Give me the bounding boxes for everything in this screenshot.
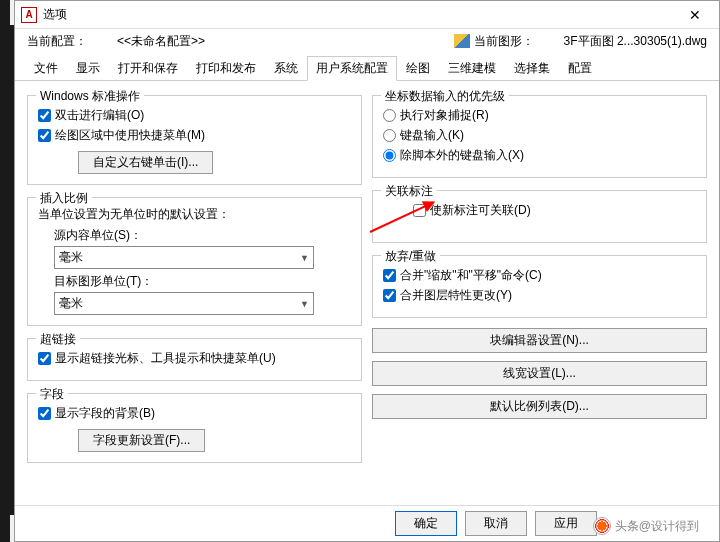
chevron-down-icon: ▼: [300, 299, 309, 309]
source-units-label: 源内容单位(S)：: [54, 227, 351, 244]
radio-osnap-input[interactable]: [383, 109, 396, 122]
right-column: 坐标数据输入的优先级 执行对象捕捉(R) 键盘输入(K) 除脚本外的键盘输入(X…: [372, 89, 707, 463]
checkbox-layer-input[interactable]: [383, 289, 396, 302]
checkbox-zoompan-input[interactable]: [383, 269, 396, 282]
checkbox-hyperlink[interactable]: 显示超链接光标、工具提示和快捷菜单(U): [38, 350, 351, 367]
radio-except-script-label: 除脚本外的键盘输入(X): [400, 147, 524, 164]
checkbox-dblclick-input[interactable]: [38, 109, 51, 122]
radio-keyboard-except-script[interactable]: 除脚本外的键盘输入(X): [383, 147, 696, 164]
checkbox-combine-layer[interactable]: 合并图层特性更改(Y): [383, 287, 696, 304]
watermark: 头条@设计得到: [593, 517, 699, 535]
button-default-scale-list[interactable]: 默认比例列表(D)...: [372, 394, 707, 419]
titlebar: A 选项 ✕: [15, 1, 719, 29]
current-profile-label: 当前配置：: [27, 33, 87, 50]
watermark-icon: [593, 517, 611, 535]
group-title-undo: 放弃/重做: [381, 248, 440, 265]
button-field-update-settings[interactable]: 字段更新设置(F)...: [78, 429, 205, 452]
checkbox-fields-label: 显示字段的背景(B): [55, 405, 155, 422]
group-title-fields: 字段: [36, 386, 68, 403]
autocad-icon: A: [21, 7, 37, 23]
group-coordinate-priority: 坐标数据输入的优先级 执行对象捕捉(R) 键盘输入(K) 除脚本外的键盘输入(X…: [372, 95, 707, 178]
group-fields: 字段 显示字段的背景(B) 字段更新设置(F)...: [27, 393, 362, 463]
cancel-button[interactable]: 取消: [465, 511, 527, 536]
group-insert-scale: 插入比例 当单位设置为无单位时的默认设置： 源内容单位(S)： 毫米 ▼ 目标图…: [27, 197, 362, 326]
source-units-value: 毫米: [59, 249, 83, 266]
tab-plot[interactable]: 打印和发布: [187, 56, 265, 81]
checkbox-fields-input[interactable]: [38, 407, 51, 420]
tab-3d[interactable]: 三维建模: [439, 56, 505, 81]
group-undo-redo: 放弃/重做 合并"缩放"和"平移"命令(C) 合并图层特性更改(Y): [372, 255, 707, 318]
checkbox-shortcut-input[interactable]: [38, 129, 51, 142]
button-lineweight-settings[interactable]: 线宽设置(L)...: [372, 361, 707, 386]
target-units-select[interactable]: 毫米 ▼: [54, 292, 314, 315]
group-title-assoc: 关联标注: [381, 183, 437, 200]
checkbox-fields-bg[interactable]: 显示字段的背景(B): [38, 405, 351, 422]
checkbox-combine-zoom-pan[interactable]: 合并"缩放"和"平移"命令(C): [383, 267, 696, 284]
tab-display[interactable]: 显示: [67, 56, 109, 81]
source-units-select[interactable]: 毫米 ▼: [54, 246, 314, 269]
checkbox-dblclick-edit[interactable]: 双击进行编辑(O): [38, 107, 351, 124]
background-dark-2: [0, 25, 14, 515]
checkbox-layer-label: 合并图层特性更改(Y): [400, 287, 512, 304]
tab-profiles[interactable]: 配置: [559, 56, 601, 81]
checkbox-shortcut-menu[interactable]: 绘图区域中使用快捷菜单(M): [38, 127, 351, 144]
tab-selection[interactable]: 选择集: [505, 56, 559, 81]
checkbox-assoc-input[interactable]: [413, 204, 426, 217]
tab-files[interactable]: 文件: [25, 56, 67, 81]
profile-row: 当前配置： <<未命名配置>> 当前图形： 3F平面图 2...30305(1)…: [15, 29, 719, 53]
radio-keyboard[interactable]: 键盘输入(K): [383, 127, 696, 144]
checkbox-hyperlink-input[interactable]: [38, 352, 51, 365]
checkbox-dblclick-label: 双击进行编辑(O): [55, 107, 144, 124]
radio-osnap-label: 执行对象捕捉(R): [400, 107, 489, 124]
group-title-hyperlink: 超链接: [36, 331, 80, 348]
group-windows-standard: Windows 标准操作 双击进行编辑(O) 绘图区域中使用快捷菜单(M) 自定…: [27, 95, 362, 185]
button-block-editor-settings[interactable]: 块编辑器设置(N)...: [372, 328, 707, 353]
insert-scale-subtitle: 当单位设置为无单位时的默认设置：: [38, 206, 351, 223]
chevron-down-icon: ▼: [300, 253, 309, 263]
tab-strip: 文件 显示 打开和保存 打印和发布 系统 用户系统配置 绘图 三维建模 选择集 …: [15, 55, 719, 81]
tab-system[interactable]: 系统: [265, 56, 307, 81]
options-dialog: A 选项 ✕ 当前配置： <<未命名配置>> 当前图形： 3F平面图 2...3…: [14, 0, 720, 542]
tab-drafting[interactable]: 绘图: [397, 56, 439, 81]
radio-keyboard-input[interactable]: [383, 129, 396, 142]
radio-except-script-input[interactable]: [383, 149, 396, 162]
target-units-value: 毫米: [59, 295, 83, 312]
current-drawing-label: 当前图形：: [474, 33, 534, 50]
drawing-icon: [454, 34, 470, 48]
current-profile-value: <<未命名配置>>: [117, 33, 205, 50]
apply-button[interactable]: 应用: [535, 511, 597, 536]
checkbox-assoc-label: 使新标注可关联(D): [430, 202, 531, 219]
content-area: Windows 标准操作 双击进行编辑(O) 绘图区域中使用快捷菜单(M) 自定…: [15, 81, 719, 471]
window-title: 选项: [43, 6, 67, 23]
group-associative-dim: 关联标注 使新标注可关联(D): [372, 190, 707, 243]
tab-opensave[interactable]: 打开和保存: [109, 56, 187, 81]
radio-osnap[interactable]: 执行对象捕捉(R): [383, 107, 696, 124]
group-title-priority: 坐标数据输入的优先级: [381, 88, 509, 105]
checkbox-shortcut-label: 绘图区域中使用快捷菜单(M): [55, 127, 205, 144]
current-drawing-value: 3F平面图 2...30305(1).dwg: [564, 33, 707, 50]
group-title-insert-scale: 插入比例: [36, 190, 92, 207]
checkbox-zoompan-label: 合并"缩放"和"平移"命令(C): [400, 267, 542, 284]
left-column: Windows 标准操作 双击进行编辑(O) 绘图区域中使用快捷菜单(M) 自定…: [27, 89, 362, 463]
checkbox-assoc-dim[interactable]: 使新标注可关联(D): [413, 202, 696, 219]
group-hyperlink: 超链接 显示超链接光标、工具提示和快捷菜单(U): [27, 338, 362, 381]
checkbox-hyperlink-label: 显示超链接光标、工具提示和快捷菜单(U): [55, 350, 276, 367]
target-units-label: 目标图形单位(T)：: [54, 273, 351, 290]
right-button-stack: 块编辑器设置(N)... 线宽设置(L)... 默认比例列表(D)...: [372, 328, 707, 419]
group-title-windows: Windows 标准操作: [36, 88, 144, 105]
close-button[interactable]: ✕: [675, 1, 715, 29]
ok-button[interactable]: 确定: [395, 511, 457, 536]
tab-user-prefs[interactable]: 用户系统配置: [307, 56, 397, 81]
radio-keyboard-label: 键盘输入(K): [400, 127, 464, 144]
button-custom-rightclick[interactable]: 自定义右键单击(I)...: [78, 151, 213, 174]
watermark-text: 头条@设计得到: [615, 518, 699, 535]
